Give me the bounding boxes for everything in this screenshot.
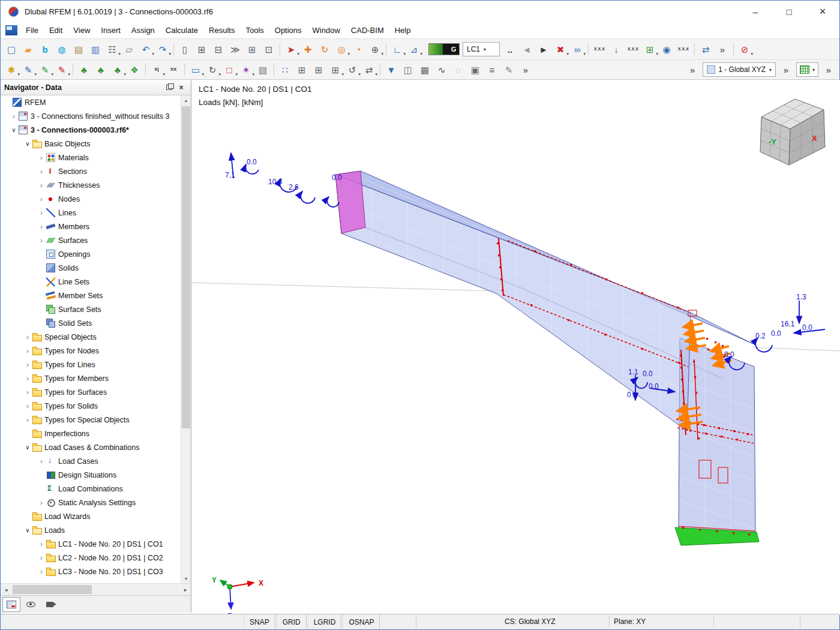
table-end-button[interactable]: ⊡ <box>261 41 277 57</box>
toolbar-overflow-4[interactable]: » <box>778 62 794 77</box>
menu-item[interactable]: Window <box>307 23 346 37</box>
statusbar-toggle[interactable]: GRID <box>277 614 307 629</box>
toolbar-overflow-1[interactable]: » <box>715 41 730 57</box>
scrollbar-thumb[interactable] <box>182 106 190 428</box>
next-load-case-button[interactable]: ► <box>536 41 551 57</box>
minimize-button[interactable]: – <box>739 1 772 22</box>
tree-expand-arrow[interactable]: ∨ <box>23 141 32 147</box>
scroll-right-arrow-icon[interactable] <box>180 584 191 595</box>
tree-expand-arrow[interactable]: › <box>23 388 32 396</box>
visibility-mode-button[interactable]: ◌ <box>451 62 466 77</box>
work-plane-status[interactable]: Plane: XY <box>614 617 646 626</box>
close-panel-button[interactable]: × <box>175 82 187 93</box>
section-views-button[interactable]: ▦ <box>417 62 433 77</box>
coordinate-system-status[interactable]: CS: Global XYZ <box>505 617 556 626</box>
tree-item[interactable]: › Thicknesses <box>1 178 181 192</box>
tree-item[interactable]: ∨ Load Cases & Combinations <box>1 440 181 454</box>
tree-expand-arrow[interactable]: › <box>23 347 32 355</box>
tree-item[interactable]: › Static Analysis Settings <box>1 496 181 509</box>
print-button[interactable]: ☷ <box>104 41 120 57</box>
open-model-button[interactable]: ▰ <box>20 41 36 57</box>
navigation-cube[interactable]: -Y X <box>760 99 825 165</box>
tree-expand-arrow[interactable]: › <box>37 236 46 244</box>
display-mode-button[interactable]: ▣ <box>467 62 483 77</box>
menu-item[interactable]: View <box>68 23 95 37</box>
tree-expand-arrow[interactable]: › <box>9 112 19 120</box>
tree-item[interactable]: Line Sets <box>1 275 181 289</box>
scroll-down-arrow-icon[interactable] <box>181 574 191 583</box>
tree-item[interactable]: › Lines <box>1 206 181 220</box>
tree-item[interactable]: › Types for Surfaces <box>1 385 181 399</box>
previous-load-case-button[interactable]: ◄ <box>519 41 535 57</box>
rfem-logo-icon[interactable] <box>5 25 17 35</box>
tree-expand-arrow[interactable]: › <box>37 167 46 175</box>
select-frame-button[interactable]: □ <box>221 62 237 77</box>
camera-tab[interactable] <box>41 597 59 612</box>
toolbar-overflow-5[interactable]: » <box>821 62 836 77</box>
tree-item[interactable]: Openings <box>1 247 181 261</box>
tree-item[interactable]: Load Combinations <box>1 482 181 496</box>
tree-item[interactable]: ∨ Basic Objects <box>1 137 181 151</box>
generate-model-2-button[interactable]: ♣ <box>93 62 109 77</box>
tree-horizontal-scrollbar[interactable] <box>1 583 191 595</box>
result-diagrams-button[interactable]: ∿ <box>434 62 449 77</box>
tree-expand-arrow[interactable]: › <box>37 499 46 506</box>
tree-item[interactable]: Imperfections <box>1 427 181 440</box>
dlubal-center-button[interactable]: ◍ <box>54 41 70 57</box>
tree-expand-arrow[interactable]: ∨ <box>23 527 32 533</box>
rotate-view-button[interactable]: ↻ <box>317 41 332 57</box>
work-plane-x-button[interactable]: ∟ <box>389 41 405 57</box>
tree-item[interactable]: › Types for Lines <box>1 358 181 371</box>
cube-face-label-y[interactable]: -Y <box>769 137 776 146</box>
dimension-xx-button[interactable]: XX <box>166 62 181 77</box>
tree-item[interactable]: › Special Objects <box>1 330 181 344</box>
clipping-planes-button[interactable]: ◫ <box>400 62 416 77</box>
scroll-left-arrow-icon[interactable] <box>1 584 11 595</box>
member-hinges-2-button[interactable]: ⊞ <box>311 62 326 77</box>
work-plane-y-button[interactable]: ⊿ <box>406 41 422 57</box>
tree-expand-arrow[interactable]: ∨ <box>23 445 32 451</box>
generate-model-3-button[interactable]: ♣ <box>110 62 125 77</box>
model-viewport[interactable]: -Y X X Y Z LC1 - Node No. 20 | DS1 | CO1… <box>191 80 840 615</box>
tree-item[interactable]: Design Situations <box>1 468 181 482</box>
tree-item[interactable]: Solid Sets <box>1 316 181 330</box>
save-button[interactable]: ▥ <box>88 41 103 57</box>
tree-expand-arrow[interactable]: › <box>37 457 46 465</box>
tree-expand-arrow[interactable]: › <box>37 181 46 189</box>
tree-expand-arrow[interactable]: › <box>23 416 32 424</box>
zoom-window-button[interactable]: ◎ <box>334 41 349 57</box>
generate-model-1-button[interactable]: ♣ <box>76 62 92 77</box>
pan-view-button[interactable]: ✚ <box>300 41 316 57</box>
show-result-values-button[interactable]: ↓ <box>608 41 624 57</box>
delete-results-button[interactable]: ✖ <box>553 41 568 57</box>
menu-item[interactable]: Options <box>269 23 307 37</box>
menu-item[interactable]: Assign <box>126 23 160 37</box>
tree-expand-arrow[interactable]: › <box>23 361 32 368</box>
undo-button[interactable]: ↶ <box>138 41 154 57</box>
tree-expand-arrow[interactable]: › <box>37 568 46 575</box>
calculation-link-button[interactable]: ∞ <box>569 41 585 57</box>
load-case-list-button[interactable]: .. <box>502 41 518 57</box>
tree-item[interactable]: › Nodes <box>1 192 181 206</box>
table-sc-button[interactable]: ⊞ <box>244 41 260 57</box>
abort-calculation-button[interactable]: ⊘ <box>737 41 752 57</box>
insert-object-button[interactable]: ✱ <box>4 62 19 77</box>
toolbar-overflow-3[interactable]: » <box>685 62 700 77</box>
tree-item[interactable]: ∨ 3 - Connections-000003.rf6* <box>1 123 181 137</box>
annotate-button[interactable]: ✎ <box>501 62 517 77</box>
grid-values-toggle[interactable]: G <box>449 44 458 54</box>
tree-item[interactable]: › LC3 - Node No. 20 | DS1 | CO3 <box>1 565 181 578</box>
result-values-a-button[interactable]: X.X.X <box>592 41 607 57</box>
tree-item[interactable]: ∨ Loads <box>1 523 181 537</box>
zoom-previous-button[interactable]: ◔ <box>350 41 366 57</box>
tables-toggle-button[interactable]: ⊞ <box>194 41 209 57</box>
tree-expand-arrow[interactable]: › <box>23 374 32 382</box>
node-tools-button[interactable]: ∷ <box>277 62 293 77</box>
tree-expand-arrow[interactable]: › <box>37 540 46 548</box>
printout-report-button[interactable]: ▱ <box>121 41 137 57</box>
tree-item[interactable]: › 3 - Connections finished_without resul… <box>1 109 181 123</box>
move-copy-button[interactable]: ↺ <box>344 62 360 77</box>
tree-vertical-scrollbar[interactable] <box>181 95 191 583</box>
visual-style-dropdown[interactable] <box>796 62 818 77</box>
menu-item[interactable]: Help <box>389 23 416 37</box>
